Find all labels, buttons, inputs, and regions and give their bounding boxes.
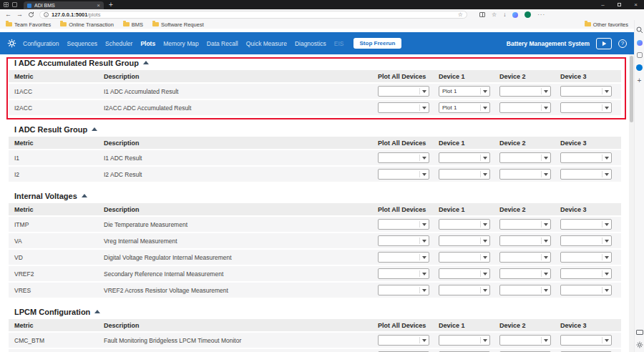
plot-all-devices-select[interactable]	[378, 335, 429, 346]
copilot-icon[interactable]	[512, 12, 518, 18]
shopping-icon[interactable]	[636, 64, 643, 71]
device-3-select[interactable]	[560, 235, 612, 246]
device-2-select[interactable]	[499, 235, 551, 246]
group-header[interactable]: I ADC Accumulated Result Group	[14, 58, 634, 67]
favorite-item[interactable]: Online Transaction	[60, 21, 114, 28]
bookmark-star-icon[interactable]: ☆	[458, 11, 463, 18]
device-1-select[interactable]	[439, 268, 490, 279]
favorite-item[interactable]: Team Favorites	[6, 21, 51, 28]
metric-cell: VA	[9, 238, 104, 245]
collapse-arrow-icon[interactable]	[92, 127, 97, 131]
device-1-select[interactable]: Plot 1	[439, 102, 490, 113]
window-maximize-button[interactable]	[611, 0, 628, 9]
device-2-select[interactable]	[499, 169, 551, 180]
settings-gear-icon[interactable]	[7, 39, 16, 48]
device-2-select[interactable]	[499, 252, 551, 263]
plot-all-devices-select[interactable]	[378, 252, 429, 263]
plot-all-devices-select[interactable]	[378, 86, 429, 97]
plot-all-devices-select[interactable]	[378, 235, 429, 246]
device-3-select[interactable]	[560, 102, 612, 113]
device-2-select[interactable]	[499, 219, 551, 230]
stop-freerun-button[interactable]: Stop Freerun	[353, 38, 402, 49]
nav-item-eis[interactable]: EIS	[334, 40, 344, 47]
device-1-select[interactable]	[439, 235, 490, 246]
tab-actions-icon[interactable]	[12, 2, 17, 7]
device-2-select[interactable]	[499, 335, 551, 346]
workspaces-icon[interactable]	[4, 2, 9, 7]
plot-all-devices-select[interactable]	[378, 219, 429, 230]
col-header-device-2: Device 2	[497, 140, 558, 147]
refresh-button[interactable]	[28, 11, 34, 18]
nav-item-quick-measure[interactable]: Quick Measure	[246, 40, 287, 47]
plot-all-devices-select[interactable]	[378, 285, 429, 295]
plot-all-devices-select[interactable]	[378, 169, 429, 180]
forward-button[interactable]: →	[16, 11, 23, 18]
search-icon[interactable]	[636, 26, 643, 34]
new-tab-button[interactable]: +	[109, 1, 113, 9]
device-3-select[interactable]	[560, 252, 612, 263]
play-button[interactable]	[596, 38, 612, 49]
copilot-sidebar-icon[interactable]	[637, 40, 643, 46]
plot-all-devices-select[interactable]	[378, 102, 429, 113]
help-button[interactable]: ?	[618, 39, 627, 48]
plot-all-devices-select[interactable]	[378, 268, 429, 279]
profile-avatar[interactable]	[525, 11, 531, 18]
folder-icon	[60, 22, 67, 26]
nav-item-memory-map[interactable]: Memory Map	[163, 40, 199, 47]
device-2-select[interactable]	[499, 86, 551, 97]
device-3-select[interactable]	[560, 219, 612, 230]
group-header[interactable]: I ADC Result Group	[14, 124, 634, 134]
sidebar-settings-gear-icon[interactable]	[636, 341, 643, 348]
plot-all-devices-select[interactable]	[378, 152, 429, 163]
metrics-table: Metric Description Plot All Devices Devi…	[9, 319, 621, 352]
group-header[interactable]: Internal Voltages	[14, 191, 634, 200]
device-3-select[interactable]	[560, 335, 612, 346]
device-3-select[interactable]	[560, 169, 612, 180]
downloads-icon[interactable]: ↓	[503, 12, 506, 18]
nav-item-scheduler[interactable]: Scheduler	[105, 40, 132, 47]
other-favorites[interactable]: Other favorites	[585, 21, 628, 28]
device-3-select[interactable]	[560, 285, 612, 295]
collapse-arrow-icon[interactable]	[82, 194, 87, 197]
browser-menu-icon[interactable]: ···	[537, 11, 545, 18]
device-1-select[interactable]	[439, 219, 490, 230]
device-3-select[interactable]	[560, 152, 612, 163]
group-header[interactable]: LPCM Configuration	[14, 307, 634, 316]
collapse-arrow-icon[interactable]	[94, 310, 100, 313]
browser-tab[interactable]: ADI BMS ×	[24, 1, 104, 9]
favorite-item[interactable]: BMS	[123, 21, 143, 28]
collections-icon[interactable]	[637, 52, 643, 58]
nav-item-plots[interactable]: Plots	[140, 40, 155, 47]
back-button[interactable]: ←	[5, 11, 11, 18]
device-2-select[interactable]	[499, 268, 551, 279]
device-3-select[interactable]	[560, 86, 612, 97]
device-1-select[interactable]	[439, 252, 490, 263]
tab-close-icon[interactable]: ×	[97, 3, 100, 9]
window-close-button[interactable]: ×	[628, 0, 644, 9]
nav-item-configuration[interactable]: Configuration	[23, 40, 59, 47]
device-1-select[interactable]	[439, 285, 490, 295]
page-scrollbar[interactable]	[629, 54, 634, 352]
split-screen-icon[interactable]	[479, 12, 485, 17]
collapse-arrow-icon[interactable]	[143, 61, 149, 64]
device-1-select[interactable]	[439, 335, 490, 346]
site-info-icon[interactable]: i	[44, 12, 49, 17]
favorites-icon[interactable]: ☆	[492, 12, 497, 18]
device-2-select[interactable]	[499, 285, 551, 295]
scrollbar-thumb[interactable]	[630, 56, 633, 122]
device-1-select[interactable]: Plot 1	[439, 86, 490, 97]
device-3-select[interactable]	[560, 268, 612, 279]
device-2-select[interactable]	[499, 102, 551, 113]
nav-item-diagnostics[interactable]: Diagnostics	[295, 40, 326, 47]
device-2-select[interactable]	[499, 152, 551, 163]
device-1-select[interactable]	[439, 169, 490, 180]
add-sidebar-item-icon[interactable]: +	[638, 77, 642, 84]
device-1-select[interactable]	[439, 152, 490, 163]
favorite-item[interactable]: Software Request	[152, 21, 204, 28]
window-minimize-button[interactable]: –	[595, 0, 611, 9]
nav-item-sequences[interactable]: Sequences	[67, 40, 98, 47]
address-bar[interactable]: i 127.0.0.1:5001/plots ☆	[39, 11, 467, 19]
chevron-down-icon	[541, 238, 548, 244]
browser-essentials-icon[interactable]	[636, 330, 643, 335]
nav-item-data-recall[interactable]: Data Recall	[207, 40, 238, 47]
